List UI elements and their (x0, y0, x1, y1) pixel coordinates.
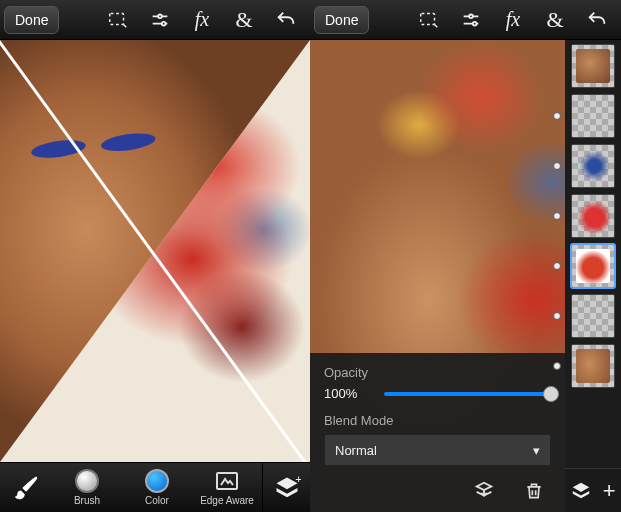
visibility-toggle[interactable] (553, 312, 561, 320)
layer-thumb-7[interactable] (571, 344, 615, 388)
svg-point-6 (469, 14, 473, 18)
adjust-icon[interactable] (451, 0, 491, 40)
top-toolbar: Done fx & (0, 0, 310, 40)
opacity-label: Opacity (324, 365, 551, 380)
blend-mode-value: Normal (335, 443, 377, 458)
layers-stack-icon[interactable] (570, 480, 592, 502)
visibility-toggle[interactable] (553, 112, 561, 120)
layer-thumb-2[interactable] (571, 94, 615, 138)
layer-row-5[interactable] (565, 242, 621, 290)
layer-row-1[interactable] (565, 42, 621, 90)
fx-icon[interactable]: fx (182, 0, 222, 40)
add-layer-icon[interactable]: + (603, 478, 616, 504)
layer-thumb-3[interactable] (571, 144, 615, 188)
top-toolbar: Done fx & (310, 0, 621, 40)
fx-icon[interactable]: fx (493, 0, 533, 40)
selection-icon[interactable] (409, 0, 449, 40)
opacity-slider-thumb[interactable] (543, 386, 559, 402)
mode-color-label: Color (145, 495, 169, 506)
merge-down-icon[interactable] (471, 478, 497, 504)
ampersand-icon[interactable]: & (224, 0, 264, 40)
adjust-icon[interactable] (140, 0, 180, 40)
canvas-split-preview[interactable] (0, 40, 310, 462)
ampersand-icon[interactable]: & (535, 0, 575, 40)
layer-properties-panel: Opacity 100% Blend Mode Normal ▾ (310, 353, 565, 512)
opacity-value: 100% (324, 386, 374, 401)
mode-brush-label: Brush (74, 495, 100, 506)
chevron-down-icon: ▾ (533, 443, 540, 458)
opacity-slider[interactable] (384, 392, 551, 396)
layer-row-6[interactable] (565, 292, 621, 340)
done-button[interactable]: Done (4, 6, 59, 34)
svg-point-1 (158, 14, 162, 18)
screen-right: Done fx & Opacity 100% Blend Mode Normal… (310, 0, 621, 512)
done-button[interactable]: Done (314, 6, 369, 34)
undo-icon[interactable] (266, 0, 306, 40)
brush-tool-icon[interactable] (0, 463, 52, 513)
trash-icon[interactable] (521, 478, 547, 504)
blend-mode-label: Blend Mode (324, 413, 551, 428)
layer-thumb-4[interactable] (571, 194, 615, 238)
visibility-toggle[interactable] (553, 162, 561, 170)
layer-thumb-6[interactable] (571, 294, 615, 338)
visibility-toggle[interactable] (553, 212, 561, 220)
layer-row-4[interactable] (565, 192, 621, 240)
bottom-toolbar: Brush Color Edge Aware + (0, 462, 310, 512)
svg-point-2 (162, 21, 166, 25)
color-swatch-icon (145, 469, 169, 493)
svg-point-7 (473, 21, 477, 25)
undo-icon[interactable] (577, 0, 617, 40)
layers-panel: + (565, 40, 621, 512)
mode-edge-label: Edge Aware (200, 495, 254, 506)
svg-rect-5 (421, 13, 435, 24)
layer-thumb-5[interactable] (571, 244, 615, 288)
edge-aware-icon (215, 469, 239, 493)
layer-thumb-1[interactable] (571, 44, 615, 88)
selection-icon[interactable] (98, 0, 138, 40)
layers-button[interactable]: + (262, 463, 310, 513)
layer-row-3[interactable] (565, 142, 621, 190)
layer-row-7[interactable] (565, 342, 621, 390)
mode-color[interactable]: Color (122, 463, 192, 513)
screen-left: Done fx & Brush Color (0, 0, 310, 512)
svg-text:+: + (295, 474, 301, 485)
layer-row-2[interactable] (565, 92, 621, 140)
mode-edge-aware[interactable]: Edge Aware (192, 463, 262, 513)
blend-mode-select[interactable]: Normal ▾ (324, 434, 551, 466)
visibility-toggle[interactable] (553, 262, 561, 270)
mode-brush[interactable]: Brush (52, 463, 122, 513)
layers-footer: + (565, 468, 621, 512)
svg-rect-0 (110, 13, 124, 24)
visibility-toggle[interactable] (553, 362, 561, 370)
brush-swatch-icon (75, 469, 99, 493)
